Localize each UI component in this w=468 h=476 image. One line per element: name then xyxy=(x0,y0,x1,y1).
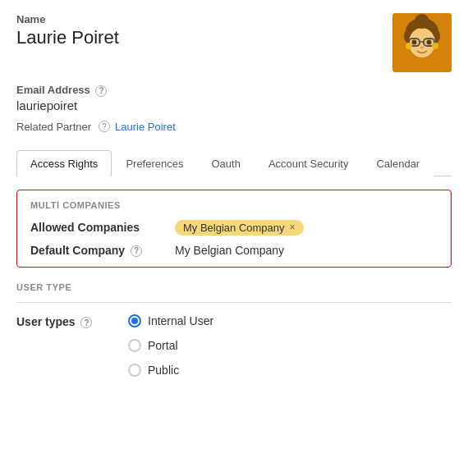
related-partner-link[interactable]: Laurie Poiret xyxy=(115,121,176,133)
company-tag-close-icon[interactable]: × xyxy=(290,222,296,233)
tab-calendar[interactable]: Calendar xyxy=(362,150,434,176)
multi-companies-title: MULTI COMPANIES xyxy=(30,200,438,210)
svg-point-10 xyxy=(427,40,432,45)
related-partner-row: Related Partner ? Laurie Poiret xyxy=(16,121,452,138)
radio-portal-label: Portal xyxy=(148,339,178,352)
user-types-label: User types ? xyxy=(16,315,115,328)
name-section: Name Laurie Poiret xyxy=(16,13,452,72)
name-label: Name xyxy=(16,13,119,25)
radio-options: Internal User Portal Public xyxy=(128,314,213,383)
user-type-title: USER TYPE xyxy=(16,282,452,292)
radio-portal[interactable]: Portal xyxy=(128,339,213,352)
tab-preferences[interactable]: Preferences xyxy=(112,150,197,176)
multi-companies-box: MULTI COMPANIES Allowed Companies My Bel… xyxy=(16,190,452,268)
radio-public[interactable]: Public xyxy=(128,364,213,377)
svg-point-5 xyxy=(415,14,429,29)
user-type-divider xyxy=(16,302,452,303)
default-company-value: My Belgian Company xyxy=(175,244,284,257)
default-company-label: Default Company ? xyxy=(30,244,162,257)
radio-public-circle[interactable] xyxy=(128,364,141,377)
related-partner-label: Related Partner xyxy=(16,121,91,133)
avatar xyxy=(392,13,452,72)
svg-point-13 xyxy=(432,43,438,49)
company-tag-label: My Belgian Company xyxy=(183,222,285,234)
email-section: Email Address ? lauriepoiret xyxy=(16,84,452,112)
user-types-row: User types ? Internal User Portal Public xyxy=(16,314,452,383)
allowed-companies-value: My Belgian Company × xyxy=(175,220,304,236)
email-value: lauriepoiret xyxy=(16,98,452,112)
company-tag[interactable]: My Belgian Company × xyxy=(175,220,304,236)
name-info: Name Laurie Poiret xyxy=(16,13,119,48)
default-company-row: Default Company ? My Belgian Company xyxy=(30,244,438,257)
tab-oauth[interactable]: Oauth xyxy=(197,150,254,176)
radio-internal-user[interactable]: Internal User xyxy=(128,314,213,327)
svg-point-11 xyxy=(420,47,424,49)
name-value: Laurie Poiret xyxy=(16,27,119,48)
default-company-help-icon[interactable]: ? xyxy=(131,245,142,257)
user-types-help-icon[interactable]: ? xyxy=(80,317,92,328)
radio-portal-circle[interactable] xyxy=(128,339,141,352)
allowed-companies-row: Allowed Companies My Belgian Company × xyxy=(30,220,438,236)
user-type-section: USER TYPE User types ? Internal User Por… xyxy=(16,282,452,383)
allowed-companies-label: Allowed Companies xyxy=(30,221,162,234)
related-partner-help-icon[interactable]: ? xyxy=(99,121,110,132)
email-label: Email Address ? xyxy=(16,84,452,97)
svg-point-9 xyxy=(412,40,417,45)
tab-account-security[interactable]: Account Security xyxy=(255,150,363,176)
radio-public-label: Public xyxy=(148,364,179,377)
tabs-bar: Access Rights Preferences Oauth Account … xyxy=(16,149,452,176)
email-help-icon[interactable]: ? xyxy=(95,85,107,97)
svg-point-12 xyxy=(406,43,412,49)
radio-internal-label: Internal User xyxy=(148,314,213,327)
radio-internal-circle[interactable] xyxy=(128,314,141,327)
tab-access-rights[interactable]: Access Rights xyxy=(16,150,112,176)
